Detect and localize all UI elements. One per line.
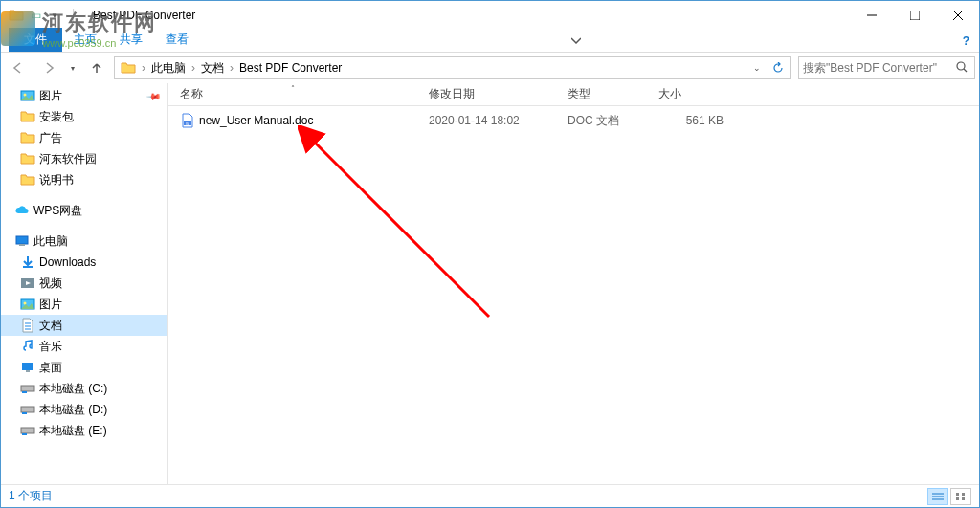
svg-rect-18 <box>26 370 30 372</box>
close-button[interactable] <box>936 1 979 30</box>
pictures-icon <box>20 88 35 103</box>
details-view-button[interactable] <box>927 488 948 505</box>
icons-view-button[interactable] <box>950 488 971 505</box>
tab-file[interactable]: 文件 <box>9 28 62 52</box>
chevron-right-icon[interactable]: › <box>189 61 197 75</box>
file-type: DOC 文档 <box>556 113 647 129</box>
svg-rect-21 <box>21 407 34 412</box>
forward-button[interactable] <box>35 56 62 79</box>
column-headers: 名称 ˄ 修改日期 类型 大小 <box>168 83 979 106</box>
column-date[interactable]: 修改日期 <box>417 86 556 102</box>
sidebar-item-desktop[interactable]: 桌面 <box>1 357 167 378</box>
svg-rect-17 <box>22 363 33 370</box>
properties-icon[interactable]: ▭ <box>28 8 43 23</box>
svg-rect-24 <box>22 433 27 435</box>
file-name: new_User Manual.doc <box>199 114 313 127</box>
view-toggle-group <box>927 488 971 505</box>
music-icon <box>20 339 35 354</box>
sidebar-item-wps[interactable]: WPS网盘 <box>1 200 167 221</box>
sidebar-item-disk-e[interactable]: 本地磁盘 (E:) <box>1 420 167 441</box>
breadcrumb-pc[interactable]: 此电脑 <box>147 57 189 78</box>
minimize-button[interactable] <box>850 1 893 30</box>
svg-rect-22 <box>22 412 27 414</box>
help-button[interactable]: ? <box>953 31 979 52</box>
sidebar-item-install[interactable]: 安装包 <box>1 106 167 127</box>
doc-file-icon: W <box>180 113 195 128</box>
maximize-button[interactable] <box>893 1 936 30</box>
item-count: 1 个项目 <box>9 488 53 504</box>
sidebar-item-hedong[interactable]: 河东软件园 <box>1 148 167 169</box>
sidebar-item-documents[interactable]: 文档 <box>1 315 167 336</box>
folder-icon <box>9 8 24 23</box>
chevron-right-icon[interactable]: › <box>228 61 235 75</box>
sidebar-item-disk-c[interactable]: 本地磁盘 (C:) <box>1 378 167 399</box>
file-date: 2020-01-14 18:02 <box>417 114 556 127</box>
sidebar-item-manual[interactable]: 说明书 <box>1 169 167 190</box>
sidebar-item-downloads[interactable]: Downloads <box>1 252 167 273</box>
sidebar-item-pictures[interactable]: 图片 📌 <box>1 85 167 106</box>
title-bar: ▭ ▼ │ Best PDF Converter <box>1 1 979 30</box>
quick-access-toolbar: ▭ ▼ │ Best PDF Converter <box>1 8 195 23</box>
navigation-pane[interactable]: 图片 📌 安装包 广告 河东软件园 说明书 WPS网盘 此电脑 <box>1 83 168 484</box>
tab-view[interactable]: 查看 <box>154 28 200 52</box>
file-list[interactable]: W new_User Manual.doc 2020-01-14 18:02 D… <box>168 106 979 484</box>
pin-icon: 📌 <box>146 88 162 103</box>
folder-icon <box>20 109 35 124</box>
breadcrumb-root-icon[interactable] <box>117 57 140 78</box>
search-icon[interactable] <box>955 60 970 77</box>
svg-rect-1 <box>910 11 920 20</box>
folder-icon <box>20 151 35 166</box>
window-controls <box>850 1 979 30</box>
svg-rect-31 <box>962 493 965 496</box>
svg-rect-19 <box>21 386 34 391</box>
svg-rect-8 <box>16 236 28 244</box>
disk-icon <box>20 402 35 417</box>
file-row[interactable]: W new_User Manual.doc 2020-01-14 18:02 D… <box>168 110 979 131</box>
cloud-icon <box>14 203 30 218</box>
desktop-icon <box>20 360 35 375</box>
column-type[interactable]: 类型 <box>556 86 647 102</box>
sidebar-item-thispc[interactable]: 此电脑 <box>1 231 167 252</box>
svg-point-4 <box>957 62 965 70</box>
pictures-icon <box>20 297 35 312</box>
svg-rect-23 <box>21 428 34 433</box>
navigation-bar: ▾ › 此电脑 › 文档 › Best PDF Converter ⌄ <box>1 53 979 83</box>
sidebar-item-disk-d[interactable]: 本地磁盘 (D:) <box>1 399 167 420</box>
sidebar-item-ads[interactable]: 广告 <box>1 127 167 148</box>
tab-home[interactable]: 主页 <box>62 28 108 52</box>
column-name[interactable]: 名称 ˄ <box>168 86 417 102</box>
back-button[interactable] <box>5 56 32 79</box>
breadcrumb-folder[interactable]: Best PDF Converter <box>235 57 345 78</box>
breadcrumb-docs[interactable]: 文档 <box>197 57 228 78</box>
address-bar[interactable]: › 此电脑 › 文档 › Best PDF Converter ⌄ <box>114 56 791 79</box>
sidebar-item-pics2[interactable]: 图片 <box>1 294 167 315</box>
ribbon-expand-button[interactable] <box>562 31 590 52</box>
svg-rect-20 <box>22 391 27 393</box>
address-dropdown-icon[interactable]: ⌄ <box>747 58 767 77</box>
search-input[interactable] <box>803 61 955 75</box>
file-size: 561 KB <box>647 114 743 127</box>
svg-rect-33 <box>962 497 965 500</box>
search-box[interactable] <box>798 56 975 79</box>
disk-icon <box>20 423 35 438</box>
downloads-icon <box>20 254 35 270</box>
recent-dropdown-icon[interactable]: ▾ <box>66 56 79 79</box>
sidebar-item-videos[interactable]: 视频 <box>1 273 167 294</box>
documents-icon <box>20 318 35 333</box>
window-title: Best PDF Converter <box>93 9 195 22</box>
tab-share[interactable]: 共享 <box>108 28 154 52</box>
videos-icon <box>20 276 35 291</box>
folder-icon <box>20 172 35 188</box>
separator: │ <box>66 8 81 23</box>
folder-icon <box>20 130 35 145</box>
up-button[interactable] <box>83 56 110 79</box>
sidebar-item-music[interactable]: 音乐 <box>1 336 167 357</box>
disk-icon <box>20 381 35 396</box>
qat-dropdown-icon[interactable]: ▼ <box>47 8 62 23</box>
column-size[interactable]: 大小 <box>647 86 743 102</box>
computer-icon <box>14 233 30 249</box>
svg-line-5 <box>964 69 967 72</box>
svg-rect-30 <box>956 493 959 496</box>
refresh-button[interactable] <box>768 58 788 77</box>
chevron-right-icon[interactable]: › <box>140 61 147 75</box>
